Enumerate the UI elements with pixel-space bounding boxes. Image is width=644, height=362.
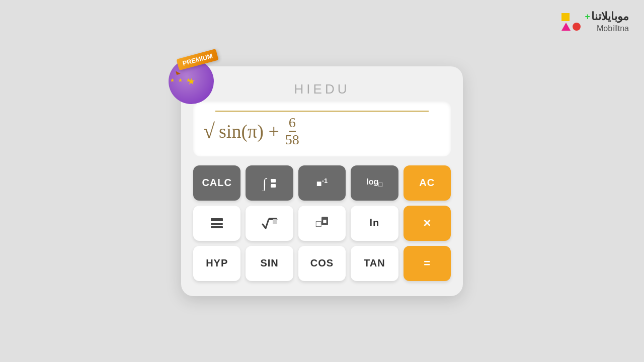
cos-button[interactable]: COS [298,246,346,281]
fraction-denominator: 58 [285,132,299,147]
fraction-display: 6 58 [285,116,299,147]
log-button[interactable]: log□ [351,165,398,201]
plus-icon: + [585,12,590,21]
equals-icon: = [424,257,430,270]
sqrt-icon [262,215,278,231]
inverse-button[interactable]: ■-1 [298,165,346,201]
calculator-container: ★ ★ ★ ★ PREMIUM HIEDU √ sin(π) + 6 58 CA… [181,66,463,296]
fraction-button[interactable] [193,206,240,241]
svg-rect-1 [271,179,276,183]
red-circle-icon [573,23,581,31]
calculator-display: √ sin(π) + 6 58 [193,101,451,156]
log-icon: log□ [366,177,382,188]
sqrt-button[interactable] [246,206,293,241]
calc-button[interactable]: CALC [193,165,240,201]
power-icon: □■ [316,217,329,229]
svg-rect-9 [273,219,277,224]
sin-term: sin(π) + [219,120,279,142]
ac-button[interactable]: AC [404,165,451,201]
svg-text:∫: ∫ [262,175,268,191]
equals-button[interactable]: = [404,246,451,281]
multiply-icon: × [423,215,431,231]
power-button[interactable]: □■ [298,206,346,241]
logo-arabic-text: موبايلاتنا [591,10,629,23]
ln-button[interactable]: ln [351,206,398,241]
display-expression: √ sin(π) + 6 58 [203,116,441,147]
hyp-button[interactable]: HYP [193,246,240,281]
fraction-numerator: 6 [289,116,296,132]
logo-icons: + موبايلاتنا Mobilltna [561,10,629,33]
button-grid: CALC ∫ ■-1 log□ AC [193,165,451,281]
integral-icon: ∫ [262,175,278,191]
display-separator [215,111,429,112]
svg-rect-4 [211,218,223,221]
svg-rect-6 [211,226,223,228]
app-name: HIEDU [193,81,451,97]
fraction-icon [209,215,225,231]
tan-button[interactable]: TAN [351,246,398,281]
premium-badge: ★ ★ ★ ★ PREMIUM [166,51,226,112]
logo-english-text: Mobilltna [597,24,629,33]
svg-rect-2 [271,184,276,188]
badge-stars: ★ ★ ★ [170,77,192,83]
svg-rect-5 [211,223,223,225]
sin-button[interactable]: SIN [246,246,293,281]
svg-rect-3 [269,181,271,185]
integral-button[interactable]: ∫ [246,165,293,201]
logo-area: + موبايلاتنا Mobilltna [561,10,629,33]
sqrt-radical: √ [203,119,215,143]
pink-triangle-icon [561,23,571,31]
svg-rect-7 [269,218,277,219]
multiply-button[interactable]: × [404,206,451,241]
inverse-icon: ■-1 [316,177,328,189]
yellow-square-icon [561,13,570,21]
